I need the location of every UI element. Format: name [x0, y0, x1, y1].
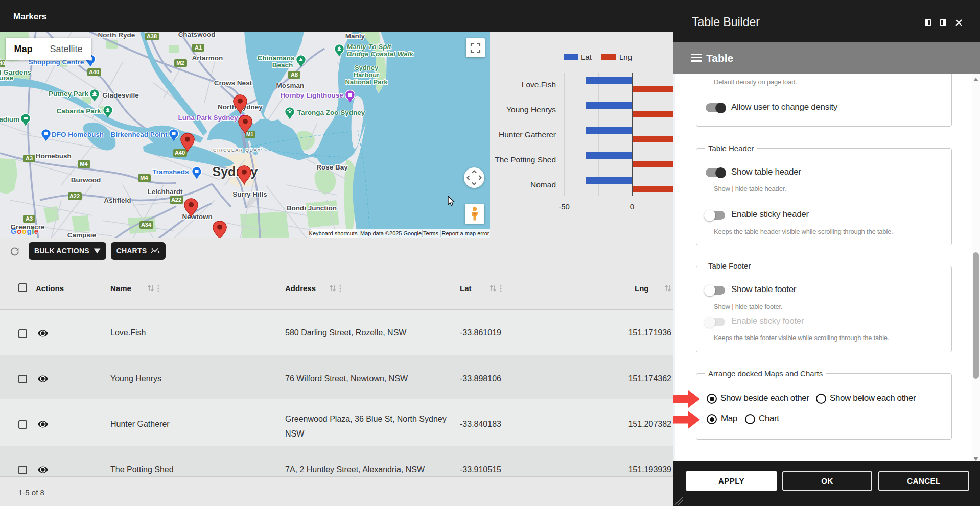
svg-text:Harbour: Harbour — [354, 71, 380, 79]
svg-text:DFO Homebush: DFO Homebush — [52, 131, 104, 138]
svg-text:Artarmon: Artarmon — [192, 54, 223, 62]
svg-text:Chinamans: Chinamans — [258, 54, 295, 62]
svg-text:Newtown: Newtown — [182, 213, 212, 221]
svg-text:Beach: Beach — [272, 61, 293, 69]
svg-text:Luna Park Sydney: Luna Park Sydney — [178, 114, 238, 122]
svg-text:Google: Google — [11, 227, 39, 235]
svg-text:40: 40 — [0, 60, 5, 66]
svg-text:A22: A22 — [171, 197, 181, 203]
svg-text:Mosman: Mosman — [276, 82, 305, 89]
svg-text:Rose Bay: Rose Bay — [316, 163, 348, 171]
svg-text:A1: A1 — [195, 44, 202, 51]
svg-text:Gladesville: Gladesville — [102, 91, 139, 99]
svg-text:Crows Nest: Crows Nest — [214, 79, 252, 87]
svg-text:Sydney: Sydney — [355, 64, 379, 71]
svg-text:Ashfield: Ashfield — [104, 197, 131, 204]
svg-text:CIRCULAR QUAY: CIRCULAR QUAY — [213, 148, 261, 153]
svg-text:Bridge Coastal Walk: Bridge Coastal Walk — [347, 50, 414, 58]
svg-text:A3: A3 — [26, 155, 33, 161]
svg-text:Report a map error: Report a map error — [442, 230, 489, 236]
svg-text:Terms: Terms — [423, 230, 438, 236]
svg-text:Burwood: Burwood — [71, 176, 101, 184]
svg-text:Taronga Zoo Sydney: Taronga Zoo Sydney — [297, 109, 365, 116]
svg-text:Birkenhead Point: Birkenhead Point — [110, 131, 168, 138]
svg-text:Keyboard shortcuts: Keyboard shortcuts — [309, 230, 358, 236]
svg-text:Map data ©2025 Google: Map data ©2025 Google — [360, 230, 422, 236]
svg-text:A38: A38 — [147, 33, 157, 39]
svg-text:Campsie: Campsie — [67, 231, 97, 238]
svg-text:Bondi Junction: Bondi Junction — [287, 204, 337, 212]
svg-text:Cabarita Park: Cabarita Park — [56, 107, 101, 115]
svg-text:Homebush: Homebush — [36, 152, 72, 160]
svg-text:A3: A3 — [26, 215, 33, 222]
svg-text:Tramsheds: Tramsheds — [152, 168, 189, 176]
svg-text:Leichhardt: Leichhardt — [147, 188, 183, 196]
svg-text:A8: A8 — [291, 71, 298, 78]
svg-text:Manly: Manly — [345, 32, 365, 40]
svg-text:A40: A40 — [89, 69, 99, 75]
svg-text:National Park: National Park — [345, 78, 388, 86]
svg-text:M2: M2 — [176, 60, 184, 66]
svg-text:M1: M1 — [246, 132, 253, 137]
svg-text:urse: urse — [0, 74, 14, 82]
svg-text:Surry Hills: Surry Hills — [232, 190, 267, 198]
svg-text:Manly To Spit: Manly To Spit — [346, 43, 391, 51]
svg-text:M4: M4 — [80, 161, 88, 167]
svg-text:Putney Park: Putney Park — [49, 90, 89, 98]
svg-text:M4: M4 — [140, 175, 148, 181]
svg-text:adium: adium — [0, 115, 19, 123]
svg-text:A22: A22 — [69, 193, 80, 199]
svg-text:Chatswood: Chatswood — [178, 32, 216, 38]
svg-text:North Ryde: North Ryde — [98, 32, 135, 39]
svg-text:A40: A40 — [175, 150, 185, 156]
svg-text:Hornby Lighthouse: Hornby Lighthouse — [280, 91, 343, 99]
svg-text:A34: A34 — [141, 222, 152, 228]
